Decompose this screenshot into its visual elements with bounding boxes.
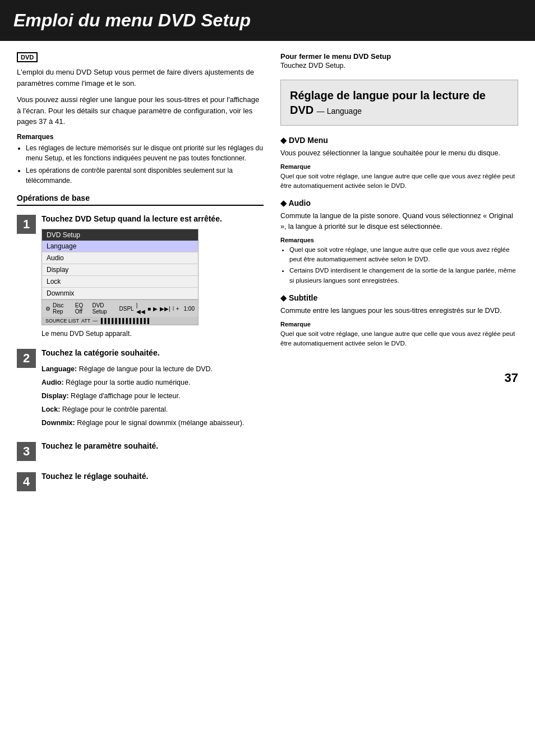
next-btn: ▶▶| [160,306,170,312]
plus-btn: + [176,306,179,312]
remarks-section: Remarques Les réglages de lecture mémori… [17,133,264,186]
section-box: Réglage de langue pour la lecture de DVD… [280,80,518,126]
cat-display-text: Réglage d'affichage pour le lecteur. [69,392,181,400]
cat-language-text: Réglage de langue pour la lecture de DVD… [77,365,213,373]
cat-language: Language: Réglage de langue pour la lect… [41,363,264,375]
step-2-number: 2 [17,349,36,368]
dvd-menu-heading: DVD Menu [280,136,518,145]
left-column: DVD L'emploi du menu DVD Setup vous perm… [17,52,264,501]
disc-rep-label: Disc Rep [53,302,73,315]
cat-audio-text: Réglage pour la sortie audio numérique. [64,379,191,386]
subtitle-remark-text: Quel que soit votre réglage, une langue … [280,329,518,349]
menu-item-lock: Lock [42,276,198,288]
audio-remark-title: Remarques [280,237,518,243]
step-3-title: Touchez le paramètre souhaité. [41,441,264,452]
cat-downmix-text: Réglage pour le signal downmix (mélange … [75,419,245,427]
cat-lock-text: Réglage pour le contrôle parental. [60,405,168,413]
prev-btn: |◀◀ [136,302,145,315]
dvd-controls-bar: ⚙ Disc Rep EQ Off DVD Setup DSPL |◀◀ ■ ▶… [42,299,198,317]
dvd-menu-title: DVD Setup [42,229,198,241]
remarks-list: Les réglages de lecture mémorisés sur le… [17,143,264,186]
step-1-title: Touchez DVD Setup quand la lecture est a… [41,214,264,225]
section-box-sublabel: — Language [317,107,362,116]
step-1-content: Touchez DVD Setup quand la lecture est a… [41,214,264,338]
step-4-number: 4 [17,472,36,491]
audio-section: Audio Commute la langue de la piste sono… [280,199,518,285]
remark-item-1: Les réglages de lecture mémorisés sur le… [26,143,264,163]
att-label: ATT [81,318,90,324]
intro-text-2: Vous pouvez aussi régler une langue pour… [17,94,264,127]
play-btn: ▶ [153,306,158,312]
ops-heading: Opérations de base [17,193,264,206]
source-bar: SOURCE LIST ATT — ▐▐▐▐▐▐▐▐▐▐▐▐▐▐ [42,317,198,325]
step-1-number: 1 [17,215,36,234]
menu-item-downmix: Downmix [42,288,198,299]
dvd-menu-screenshot: DVD Setup Language Audio Display Lock Do… [41,229,199,325]
step-4: 4 Touchez le réglage souhaité. [17,471,264,491]
pour-fermer-body: Touchez DVD Setup. [280,62,518,70]
cat-language-bold: Language: [41,365,77,373]
pour-fermer-section: Pour fermer le menu DVD Setup Touchez DV… [280,52,518,70]
step-4-content: Touchez le réglage souhaité. [41,471,264,487]
audio-remark-1: Quel que soit votre réglage, une langue … [289,245,518,265]
section-box-title: Réglage de langue pour la lecture de DVD… [290,88,509,117]
cat-display-bold: Display: [41,392,69,400]
dvd-setup-label: DVD Setup [92,302,117,315]
subtitle-remark-title: Remarque [280,321,518,328]
settings-icon: ⚙ [45,306,50,312]
intro-text-1: L'emploi du menu DVD Setup vous permet d… [17,67,264,89]
audio-remark-2: Certains DVD interdisent le changement d… [289,266,518,285]
page-container: Emploi du menu DVD Setup DVD L'emploi du… [0,0,535,756]
step-4-title: Touchez le réglage souhaité. [41,471,264,482]
dvd-menu-items: Language Audio Display Lock Downmix [42,241,198,299]
subtitle-heading: Subtitle [280,293,518,302]
cat-lock-bold: Lock: [41,405,60,413]
progress-bar [173,306,174,311]
cat-downmix-bold: Downmix: [41,419,75,427]
step-1-note: Le menu DVD Setup apparaît. [41,330,264,338]
page-title: Emploi du menu DVD Setup [13,10,522,31]
step-2-title: Touchez la catégorie souhaitée. [41,348,264,359]
subtitle-section: Subtitle Commute entre les langues pour … [280,293,518,348]
dvd-menu-remark-text: Quel que soit votre réglage, une langue … [280,172,518,191]
step-2-content: Touchez la catégorie souhaitée. Language… [41,348,264,431]
right-column: Pour fermer le menu DVD Setup Touchez DV… [280,52,518,501]
dspl-label: DSPL [119,306,134,312]
audio-body: Commute la langue de la piste sonore. Qu… [280,211,518,232]
step-3-number: 3 [17,442,36,461]
remark-item-2: Les opérations de contrôle parental sont… [26,165,264,186]
category-list: Language: Réglage de langue pour la lect… [41,363,264,428]
cat-audio-bold: Audio: [41,379,64,386]
cat-display: Display: Réglage d'affichage pour le lec… [41,390,264,402]
step-2: 2 Touchez la catégorie souhaitée. Langua… [17,348,264,431]
step-1: 1 Touchez DVD Setup quand la lecture est… [17,214,264,338]
time-display: 1:00 [184,306,195,312]
menu-item-display: Display [42,264,198,276]
eq-off-label: EQ Off [75,302,90,315]
audio-remark-list: Quel que soit votre réglage, une langue … [280,245,518,285]
audio-heading: Audio [280,199,518,208]
remarks-title: Remarques [17,133,264,141]
volume-indicator: — ▐▐▐▐▐▐▐▐▐▐▐▐▐▐ [93,318,149,324]
step-3-content: Touchez le paramètre souhaité. [41,441,264,457]
dvd-menu-body: Vous pouvez sélectionner la langue souha… [280,148,518,159]
source-list-label: SOURCE LIST [45,318,79,324]
dvd-menu-section: DVD Menu Vous pouvez sélectionner la lan… [280,136,518,191]
cat-lock: Lock: Réglage pour le contrôle parental. [41,404,264,415]
menu-item-audio: Audio [42,252,198,264]
stop-btn: ■ [147,306,151,312]
cat-audio: Audio: Réglage pour la sortie audio numé… [41,377,264,388]
page-header: Emploi du menu DVD Setup [0,0,535,41]
subtitle-body: Commute entre les langues pour les sous-… [280,306,518,316]
cat-downmix: Downmix: Réglage pour le signal downmix … [41,417,264,428]
dvd-menu-remark-title: Remarque [280,163,518,170]
pour-fermer-title: Pour fermer le menu DVD Setup [280,52,518,61]
content-layout: DVD L'emploi du menu DVD Setup vous perm… [17,52,518,501]
step-3: 3 Touchez le paramètre souhaité. [17,441,264,461]
menu-item-language: Language [42,241,198,252]
dvd-badge: DVD [17,52,38,62]
page-number: 37 [280,371,518,385]
